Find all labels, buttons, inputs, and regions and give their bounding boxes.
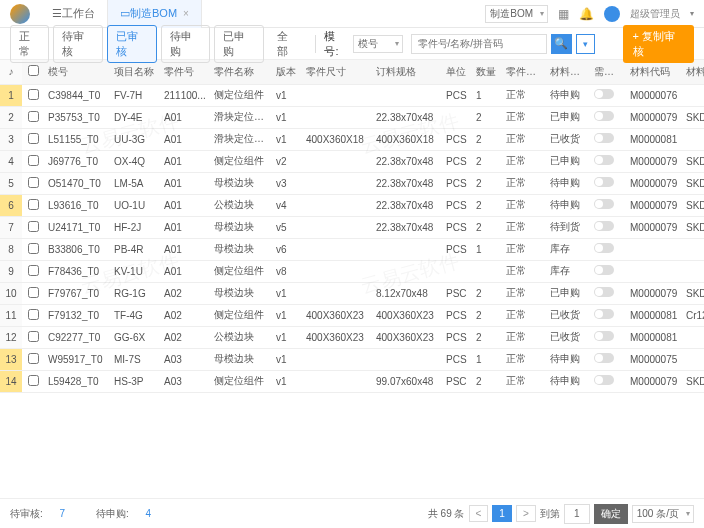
bom-table: ♪模号项目名称零件号零件名称版本零件尺寸订料规格单位数量零件状态材料状态需入库材…	[0, 60, 704, 393]
table-row[interactable]: 13W95917_T0MI-7SA03母模边块v1PCS1正常待申购M00000…	[0, 348, 704, 370]
col-header: 项目名称	[110, 60, 160, 84]
table-container: ♪模号项目名称零件号零件名称版本零件尺寸订料规格单位数量零件状态材料状态需入库材…	[0, 60, 704, 498]
module-select[interactable]: 制造BOM	[485, 5, 548, 23]
filter-purchased[interactable]: 已申购	[214, 25, 264, 63]
goto-confirm[interactable]: 确定	[594, 504, 628, 524]
mold-select[interactable]: 模号	[353, 35, 403, 53]
table-row[interactable]: 6L93616_T0UO-1UA01公模边块v422.38x70x48PCS2正…	[0, 194, 704, 216]
col-header: 需入库	[590, 60, 626, 84]
close-icon[interactable]: ×	[183, 8, 189, 19]
col-header: 零件尺寸	[302, 60, 372, 84]
table-row[interactable]: 9F78436_T0KV-1UA01侧定位组件v8正常库存	[0, 260, 704, 282]
footer: 待审核: 7 待申购: 4 共 69 条 < 1 > 到第 确定 100 条/页	[0, 498, 704, 528]
tab-workbench[interactable]: ☰ 工作台	[40, 0, 108, 28]
table-row[interactable]: 2P35753_T0DY-4EA01滑块定位组件v122.38x70x482正常…	[0, 106, 704, 128]
col-header: 材料牌号	[682, 60, 704, 84]
col-header: 模号	[44, 60, 110, 84]
col-header: 版本	[272, 60, 302, 84]
page-next[interactable]: >	[516, 505, 536, 522]
header-icons: ▦ 🔔 超级管理员 ▾	[558, 6, 694, 22]
table-header: ♪模号项目名称零件号零件名称版本零件尺寸订料规格单位数量零件状态材料状态需入库材…	[0, 60, 704, 84]
chevron-down-icon[interactable]: ▾	[690, 9, 694, 18]
filter-reviewed[interactable]: 已审核	[107, 25, 157, 63]
filter-all[interactable]: 全部	[268, 25, 307, 63]
table-row[interactable]: 4J69776_T0OX-4QA01侧定位组件v222.38x70x48PCS2…	[0, 150, 704, 172]
search-dropdown[interactable]: ▾	[576, 34, 595, 54]
page-current[interactable]: 1	[492, 505, 512, 522]
col-header: 材料代码	[626, 60, 682, 84]
filter-pending-purchase[interactable]: 待申购	[161, 25, 211, 63]
table-row[interactable]: 14L59428_T0HS-3PA03侧定位组件v199.07x60x48PSC…	[0, 370, 704, 392]
page-prev[interactable]: <	[469, 505, 489, 522]
footer-stats: 待审核: 7 待申购: 4	[10, 507, 179, 521]
tab-bom[interactable]: ▭ 制造BOM×	[108, 0, 202, 28]
pager: 共 69 条 < 1 > 到第 确定 100 条/页	[428, 504, 694, 524]
goto-input[interactable]	[564, 504, 590, 524]
titlebar: ☰ 工作台 ▭ 制造BOM× 制造BOM ▦ 🔔 超级管理员 ▾	[0, 0, 704, 28]
col-header: 零件名称	[210, 60, 272, 84]
logo-icon	[10, 4, 30, 24]
toolbar: 正常 待审核 已审核 待申购 已申购 全部 模号: 模号 🔍 ▾ 复制审核	[0, 28, 704, 60]
goto-label: 到第	[540, 507, 560, 521]
tab-label: 制造BOM	[130, 6, 177, 21]
search-button[interactable]: 🔍	[551, 34, 572, 54]
tab-label: 工作台	[62, 6, 95, 21]
avatar[interactable]	[604, 6, 620, 22]
col-checkall[interactable]	[22, 60, 44, 84]
table-row[interactable]: 7U24171_T0HF-2JA01母模边块v522.38x70x48PCS2正…	[0, 216, 704, 238]
col-header: 零件状态	[502, 60, 546, 84]
filter-normal[interactable]: 正常	[10, 25, 49, 63]
table-row[interactable]: 3L51155_T0UU-3GA01滑块定位组件v1400X360X18400X…	[0, 128, 704, 150]
col-header: 零件号	[160, 60, 210, 84]
col-header: 单位	[442, 60, 472, 84]
col-rownum: ♪	[0, 60, 22, 84]
bell-icon[interactable]: 🔔	[579, 7, 594, 21]
filter-pending-review[interactable]: 待审核	[53, 25, 103, 63]
table-row[interactable]: 8B33806_T0PB-4RA01母模边块v6PCS1正常库存	[0, 238, 704, 260]
page-size-select[interactable]: 100 条/页	[632, 505, 694, 523]
table-row[interactable]: 12C92277_T0GG-6XA02公模边块v1400X360X23400X3…	[0, 326, 704, 348]
search-input[interactable]	[411, 34, 547, 54]
col-header: 数量	[472, 60, 502, 84]
divider	[315, 35, 316, 53]
grid-icon[interactable]: ▦	[558, 7, 569, 21]
table-row[interactable]: 1C39844_T0FV-7H211100...侧定位组件v1PCS1正常待申购…	[0, 84, 704, 106]
copy-review-button[interactable]: 复制审核	[623, 25, 694, 63]
total-count: 共 69 条	[428, 507, 465, 521]
table-row[interactable]: 5O51470_T0LM-5AA01母模边块v322.38x70x48PCS2正…	[0, 172, 704, 194]
col-header: 订料规格	[372, 60, 442, 84]
username: 超级管理员	[630, 7, 680, 21]
table-row[interactable]: 10F79767_T0RG-1GA02母模边块v18.12x70x48PSC2正…	[0, 282, 704, 304]
col-header: 材料状态	[546, 60, 590, 84]
table-row[interactable]: 11F79132_T0TF-4GA02侧定位组件v1400X360X23400X…	[0, 304, 704, 326]
mold-label: 模号:	[324, 29, 348, 59]
